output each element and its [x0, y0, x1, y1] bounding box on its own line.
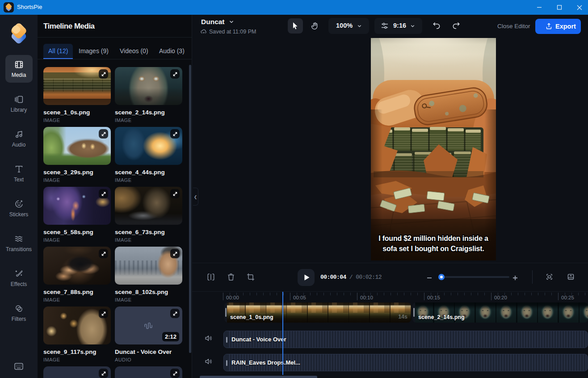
- svg-text:I found $2 million hidden insi: I found $2 million hidden inside a: [378, 235, 488, 242]
- svg-text:sofa set I bought on Craigslis: sofa set I bought on Craigslist.: [382, 245, 484, 252]
